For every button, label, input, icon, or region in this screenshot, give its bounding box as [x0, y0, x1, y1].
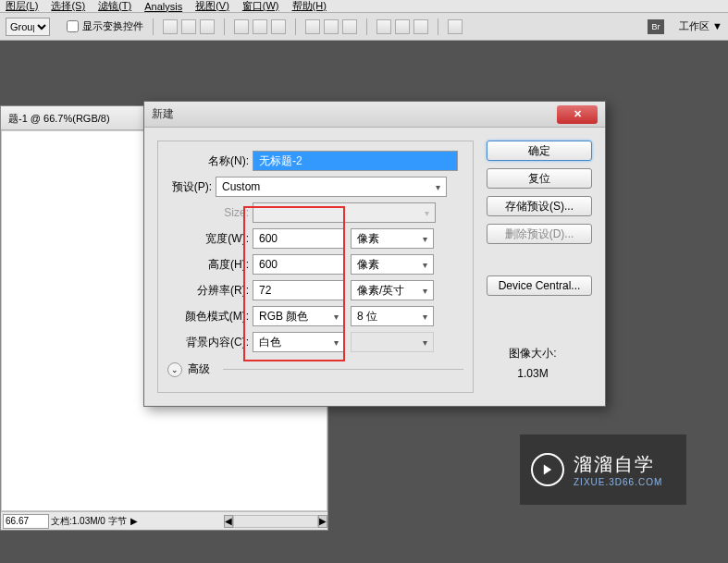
- separator: [224, 18, 225, 35]
- separator: [153, 18, 154, 35]
- delete-preset-button[interactable]: 删除预设(D)...: [487, 224, 592, 244]
- device-central-button[interactable]: Device Central...: [487, 275, 592, 296]
- image-size-value: 1.03M: [487, 367, 579, 380]
- size-label: Size:: [167, 206, 253, 219]
- hscroll-left[interactable]: ◀: [224, 515, 233, 528]
- group-select[interactable]: Group: [6, 18, 50, 36]
- align-icon[interactable]: [253, 19, 267, 34]
- advanced-label: 高级: [188, 361, 210, 377]
- status-bar: 文档:1.03M/0 字节 ▶ ◀ ▶: [1, 511, 327, 530]
- close-button[interactable]: ✕: [557, 105, 598, 124]
- image-size-info: 图像大小: 1.03M: [487, 346, 579, 380]
- watermark-text: 溜溜自学: [574, 452, 662, 477]
- colormode-combo[interactable]: RGB 颜色: [253, 306, 345, 326]
- align-icon[interactable]: [200, 19, 215, 34]
- name-input[interactable]: [253, 151, 458, 171]
- separator: [295, 18, 296, 35]
- menu-help[interactable]: 帮助(H): [292, 0, 327, 13]
- menu-layer[interactable]: 图层(L): [6, 0, 38, 13]
- zoom-input[interactable]: [3, 514, 49, 529]
- align-icon[interactable]: [234, 19, 249, 34]
- watermark-url: ZIXUE.3D66.COM: [574, 477, 662, 487]
- height-input[interactable]: [253, 254, 345, 275]
- watermark: 溜溜自学 ZIXUE.3D66.COM: [520, 434, 686, 505]
- hscroll-right[interactable]: ▶: [318, 515, 327, 528]
- status-doc-size: 文档:1.03M/0 字节: [51, 515, 127, 528]
- distribute-icon[interactable]: [305, 19, 320, 34]
- distribute-icons-2: [376, 19, 428, 34]
- separator: [438, 18, 438, 35]
- image-size-label: 图像大小:: [487, 346, 579, 361]
- colormode-label: 颜色模式(M):: [167, 309, 253, 324]
- width-unit-combo[interactable]: 像素: [351, 228, 434, 249]
- bits-combo[interactable]: 8 位: [351, 306, 434, 326]
- bridge-icon[interactable]: Br: [648, 19, 664, 34]
- menu-bar: 图层(L) 选择(S) 滤镜(T) Analysis 视图(V) 窗口(W) 帮…: [0, 0, 728, 13]
- align-icons-2: [234, 19, 286, 34]
- checkbox-icon[interactable]: [67, 20, 79, 32]
- menu-analysis[interactable]: Analysis: [144, 1, 182, 12]
- new-document-dialog: 新建 ✕ 名称(N): 预设(P): Custom Size: 宽度(W): 像…: [143, 101, 606, 407]
- size-combo: [253, 202, 436, 223]
- align-icon[interactable]: [271, 19, 286, 34]
- play-icon: [531, 453, 564, 486]
- bg-extra-combo[interactable]: [351, 332, 434, 352]
- distribute-icon[interactable]: [413, 19, 428, 34]
- tool-icon[interactable]: [448, 19, 463, 34]
- ok-button[interactable]: 确定: [487, 141, 592, 161]
- dialog-title: 新建: [152, 106, 174, 122]
- toolbar: Group 显示变换控件 Br 工作区 ▼: [0, 13, 728, 41]
- distribute-icons-1: [305, 19, 357, 34]
- distribute-icon[interactable]: [376, 19, 391, 34]
- misc-icon: [448, 19, 463, 34]
- resolution-unit-combo[interactable]: 像素/英寸: [351, 280, 434, 300]
- show-transform-label: 显示变换控件: [82, 19, 143, 33]
- align-icon[interactable]: [181, 19, 196, 34]
- distribute-icon[interactable]: [342, 19, 357, 34]
- width-input[interactable]: [253, 228, 345, 249]
- menu-filter[interactable]: 滤镜(T): [98, 0, 131, 13]
- distribute-icon[interactable]: [395, 19, 410, 34]
- bg-combo[interactable]: 白色: [253, 332, 345, 352]
- align-icon[interactable]: [163, 19, 178, 34]
- name-label: 名称(N):: [167, 153, 253, 169]
- show-transform-checkbox[interactable]: 显示变换控件: [67, 19, 143, 33]
- preset-combo[interactable]: Custom: [216, 177, 447, 197]
- preset-label: 预设(P):: [167, 179, 216, 195]
- resolution-label: 分辨率(R):: [167, 283, 253, 299]
- dialog-form: 名称(N): 预设(P): Custom Size: 宽度(W): 像素 高度(…: [157, 141, 474, 393]
- chevron-down-icon: ⌄: [167, 362, 182, 377]
- height-label: 高度(H):: [167, 257, 253, 273]
- bg-label: 背景内容(C):: [167, 335, 253, 350]
- resolution-input[interactable]: [253, 280, 345, 300]
- menu-select[interactable]: 选择(S): [51, 0, 85, 13]
- width-label: 宽度(W):: [167, 231, 253, 247]
- menu-view[interactable]: 视图(V): [195, 0, 229, 13]
- save-preset-button[interactable]: 存储预设(S)...: [487, 196, 592, 216]
- advanced-toggle[interactable]: ⌄ 高级: [167, 361, 463, 377]
- dialog-button-column: 确定 复位 存储预设(S)... 删除预设(D)... Device Centr…: [487, 141, 592, 393]
- align-icons-1: [163, 19, 215, 34]
- reset-button[interactable]: 复位: [487, 168, 592, 189]
- distribute-icon[interactable]: [324, 19, 339, 34]
- height-unit-combo[interactable]: 像素: [351, 254, 434, 275]
- workspace-button[interactable]: 工作区 ▼: [679, 19, 722, 33]
- dialog-titlebar[interactable]: 新建 ✕: [144, 102, 605, 128]
- menu-window[interactable]: 窗口(W): [242, 0, 279, 13]
- separator: [366, 18, 367, 35]
